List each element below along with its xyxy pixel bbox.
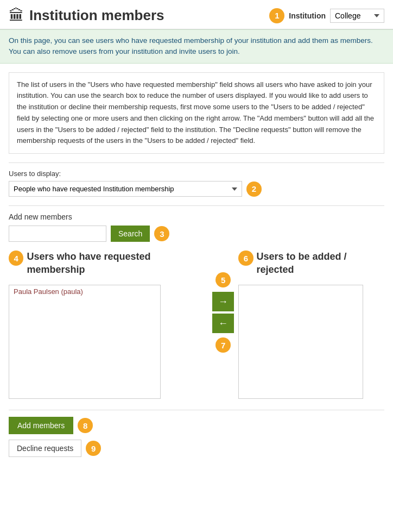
list-item[interactable]: Paula Paulsen (paula) [9, 285, 160, 298]
transfer-section: 4 Users who have requested membership Pa… [9, 251, 384, 399]
right-panel-badge-6: 6 [238, 251, 253, 266]
add-members-button[interactable]: Add members [9, 417, 73, 434]
decline-badge-9: 9 [86, 441, 101, 456]
institution-label: Institution [289, 11, 326, 20]
left-list-box[interactable]: Paula Paulsen (paula) [9, 285, 161, 399]
page-title: Institution members [29, 7, 269, 24]
main-content: The list of users in the "Users who have… [0, 64, 393, 471]
right-list-panel: 6 Users to be added / rejected [238, 251, 384, 399]
header-right: 1 Institution College University School [269, 8, 384, 23]
arrow-badge-7: 7 [215, 337, 231, 353]
add-new-members-section: Add new members Search 3 [9, 205, 384, 242]
institution-select[interactable]: College University School [330, 9, 384, 23]
add-members-badge-8: 8 [78, 418, 93, 433]
arrow-badge-5: 5 [215, 272, 231, 287]
search-badge-3: 3 [154, 226, 169, 241]
search-row: Search 3 [9, 226, 384, 242]
left-list-panel: 4 Users who have requested membership Pa… [9, 251, 208, 399]
institution-badge-1: 1 [269, 8, 284, 23]
page-header: 🏛 Institution members 1 Institution Coll… [0, 0, 393, 29]
info-box-text: The list of users in the "Users who have… [17, 80, 374, 145]
select-row: People who have requested Institution me… [9, 181, 384, 197]
search-button[interactable]: Search [111, 226, 150, 242]
move-right-button[interactable]: → [212, 292, 234, 311]
users-display-select[interactable]: People who have requested Institution me… [9, 181, 242, 197]
institution-icon: 🏛 [9, 7, 24, 24]
action-buttons: Add members 8 Decline requests 9 [9, 410, 384, 457]
right-list-box[interactable] [238, 285, 363, 399]
users-display-badge-2: 2 [246, 181, 262, 197]
info-box: The list of users in the "Users who have… [9, 72, 384, 154]
right-panel-title: Users to be added / rejected [257, 251, 384, 276]
info-bar: On this page, you can see users who have… [0, 29, 393, 64]
add-new-members-title: Add new members [9, 212, 384, 221]
search-input[interactable] [9, 226, 106, 242]
left-panel-badge-4: 4 [9, 251, 23, 266]
users-display-section: Users to display: People who have reques… [9, 162, 384, 197]
move-left-button[interactable]: ← [212, 314, 234, 333]
info-bar-text: On this page, you can see users who have… [9, 36, 373, 55]
left-panel-title: Users who have requested membership [27, 251, 208, 276]
decline-requests-button[interactable]: Decline requests [9, 440, 81, 457]
arrow-column: 5 → ← 7 [208, 251, 238, 353]
users-display-label: Users to display: [9, 170, 384, 178]
